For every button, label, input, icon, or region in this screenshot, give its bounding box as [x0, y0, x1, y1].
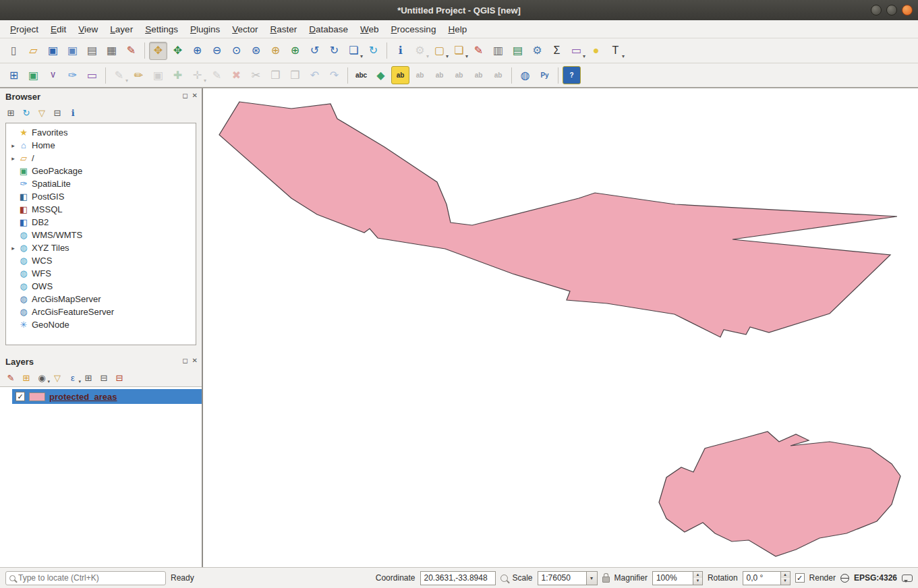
new-virtual-layer-icon[interactable]: ▭	[83, 66, 101, 84]
browser-item-ows[interactable]: ◍OWS	[6, 280, 196, 293]
locate-input[interactable]	[18, 573, 162, 583]
add-feature-icon[interactable]: ✚	[169, 66, 187, 84]
data-source-manager-icon[interactable]: ⊞	[5, 66, 23, 84]
add-group-icon[interactable]: ⊞	[20, 372, 33, 385]
zoom-out-icon[interactable]: ⊖	[208, 42, 226, 60]
modify-attributes-icon[interactable]: ✎	[208, 66, 226, 84]
style-manager-icon[interactable]: ✎	[122, 42, 140, 60]
new-print-layout-icon[interactable]: ▤	[83, 42, 101, 60]
properties-widget-icon[interactable]: ℹ	[66, 107, 80, 120]
layer-item-protected-areas[interactable]: protected_areas	[12, 389, 202, 404]
float-panel-icon[interactable]	[182, 92, 188, 99]
menu-database[interactable]: Database	[303, 22, 354, 37]
collapse-all-icon[interactable]: ⊟	[51, 107, 64, 120]
spin-down-icon[interactable]	[781, 578, 790, 585]
extents-toggle-icon[interactable]	[500, 575, 508, 582]
delete-selected-icon[interactable]: ✖	[227, 66, 246, 84]
crs-status[interactable]: EPSG:4326	[854, 573, 897, 583]
filter-browser-icon[interactable]: ▽	[35, 107, 49, 120]
toggle-editing-icon[interactable]: ✏	[130, 66, 148, 84]
new-spatialite-layer-icon[interactable]: ✑	[63, 66, 82, 84]
close-panel-icon[interactable]	[192, 357, 198, 364]
browser-item-home[interactable]: ⌂Home	[6, 139, 196, 152]
rotate-label-icon[interactable]: ab	[469, 66, 488, 84]
locate-box[interactable]	[5, 571, 166, 585]
expand-all-icon[interactable]: ⊞	[82, 372, 95, 385]
expand-arrow-icon[interactable]	[9, 142, 18, 149]
expand-arrow-icon[interactable]	[9, 245, 18, 252]
menu-view[interactable]: View	[72, 22, 104, 37]
select-features-icon[interactable]: ▢	[430, 42, 449, 60]
maximize-icon[interactable]	[886, 5, 897, 16]
new-geopackage-layer-icon[interactable]: ▣	[24, 66, 42, 84]
scale-dropdown-icon[interactable]	[586, 571, 598, 585]
open-project-icon[interactable]: ▱	[24, 42, 42, 60]
browser-item-xyz-tiles[interactable]: ◍XYZ Tiles	[6, 241, 196, 254]
identify-features-icon[interactable]: ℹ	[391, 42, 409, 60]
zoom-to-layer-icon[interactable]: ⊕	[286, 42, 304, 60]
run-feature-action-icon[interactable]: ⚙	[411, 42, 429, 60]
zoom-next-icon[interactable]: ↻	[325, 42, 343, 60]
zoom-to-selection-icon[interactable]: ⊕	[266, 42, 285, 60]
field-calculator-icon[interactable]: ✎	[469, 42, 488, 60]
measure-icon[interactable]: ▭	[567, 42, 585, 60]
redo-icon[interactable]: ↷	[325, 66, 343, 84]
new-project-icon[interactable]: ▯	[5, 42, 23, 60]
menu-raster[interactable]: Raster	[264, 22, 304, 37]
python-console-icon[interactable]: Py	[536, 66, 554, 84]
zoom-full-icon[interactable]: ⊛	[247, 42, 265, 60]
browser-item-geopackage[interactable]: ▣GeoPackage	[6, 165, 196, 177]
close-icon[interactable]	[902, 5, 913, 16]
save-layer-edits-icon[interactable]: ▣	[149, 66, 167, 84]
browser-item-arcgismapserver[interactable]: ◍ArcGisMapServer	[6, 293, 196, 305]
pin-labels-icon[interactable]: ab	[411, 66, 429, 84]
zoom-in-icon[interactable]: ⊕	[188, 42, 206, 60]
browser-item-mssql[interactable]: ◧MSSQL	[6, 203, 196, 216]
crs-globe-icon[interactable]	[840, 574, 849, 583]
current-edits-icon[interactable]: ✎	[110, 66, 128, 84]
save-project-icon[interactable]: ▣	[44, 42, 62, 60]
manage-map-themes-icon[interactable]: ◉	[35, 372, 49, 385]
filter-legend-icon[interactable]: ▽	[51, 372, 64, 385]
paste-features-icon[interactable]: ❒	[286, 66, 304, 84]
browser-item-wms-wmts[interactable]: ◍WMS/WMTS	[6, 229, 196, 241]
minimize-icon[interactable]	[871, 5, 882, 16]
browser-item-geonode[interactable]: ✳GeoNode	[6, 318, 196, 331]
open-layer-styling-icon[interactable]: ✎	[4, 372, 18, 385]
spin-down-icon[interactable]	[693, 578, 702, 585]
spin-up-icon[interactable]	[781, 572, 790, 579]
menu-web[interactable]: Web	[354, 22, 385, 37]
magnifier-spinner[interactable]: 100%	[652, 571, 703, 585]
title-bar[interactable]: *Untitled Project - QGIS [new]	[0, 0, 918, 20]
statistics-abacus-icon[interactable]: ▤	[509, 42, 527, 60]
menu-project[interactable]: Project	[4, 22, 45, 37]
help-icon[interactable]: ?	[563, 66, 581, 84]
browser-item-wcs[interactable]: ◍WCS	[6, 254, 196, 267]
vertex-tool-icon[interactable]: ✛	[188, 66, 206, 84]
coordinate-field[interactable]: 20.3631,-33.8948	[420, 571, 496, 585]
undo-icon[interactable]: ↶	[306, 66, 324, 84]
show-layout-manager-icon[interactable]: ▦	[103, 42, 121, 60]
messages-icon[interactable]	[902, 575, 913, 582]
new-map-view-icon[interactable]: ❏	[345, 42, 363, 60]
remove-layer-icon[interactable]: ⊟	[113, 372, 126, 385]
metasearch-icon[interactable]: ◍	[516, 66, 534, 84]
menu-processing[interactable]: Processing	[385, 22, 442, 37]
menu-vector[interactable]: Vector	[226, 22, 264, 37]
expand-arrow-icon[interactable]	[9, 155, 18, 162]
rotation-spinner[interactable]: 0,0 °	[743, 571, 791, 585]
select-by-value-icon[interactable]: ❏	[450, 42, 468, 60]
browser-item-wfs[interactable]: ◍WFS	[6, 267, 196, 280]
add-selected-layers-icon[interactable]: ⊞	[4, 107, 18, 120]
text-annotation-icon[interactable]: T	[606, 42, 625, 60]
browser-item-arcgisfeatureserver[interactable]: ◍ArcGisFeatureServer	[6, 305, 196, 318]
move-label-icon[interactable]: ab	[450, 66, 468, 84]
statistical-summary-icon[interactable]: Σ	[548, 42, 566, 60]
cut-features-icon[interactable]: ✂	[247, 66, 265, 84]
map-canvas[interactable]	[203, 88, 918, 567]
refresh-map-icon[interactable]: ↻	[364, 42, 382, 60]
browser-item-postgis[interactable]: ◧PostGIS	[6, 190, 196, 203]
filter-by-expression-icon[interactable]: ε	[66, 372, 80, 385]
scale-combo[interactable]: 1:76050	[538, 571, 598, 585]
labeling-options-icon[interactable]: ab	[391, 66, 409, 84]
